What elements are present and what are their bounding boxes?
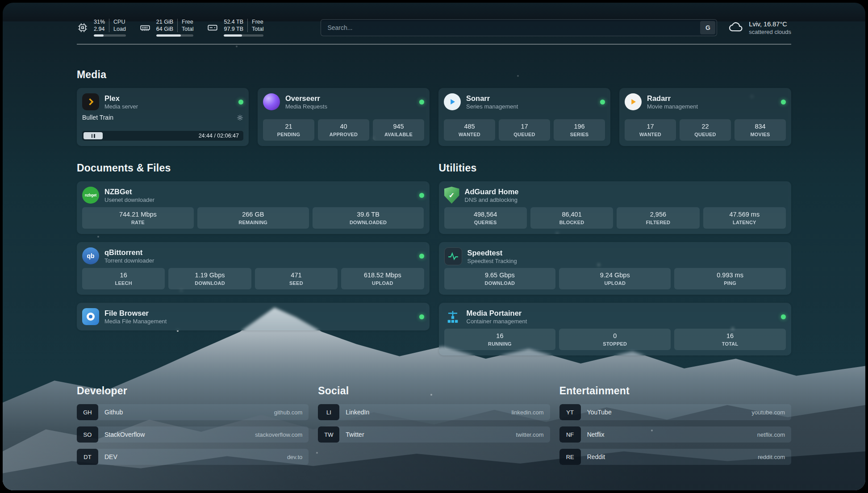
service-subtitle: Usenet downloader [104,196,154,204]
status-online-dot [781,314,786,319]
bookmark-abbr: RE [559,449,581,465]
system-widgets: 31% 2.94 CPU Load [77,19,263,37]
service-card-radarr[interactable]: Radarr Movie management 17 WANTED 22 QUE… [619,88,791,146]
disk-free-label: Free [252,19,263,25]
disk-total-label: Total [252,26,263,32]
playback-progress-bar[interactable]: 24:44 / 02:06:47 [82,131,243,141]
bookmark-github[interactable]: GH Github github.com [77,404,309,420]
status-online-dot [419,100,424,104]
utilities-column: Utilities ✓ AdGuard Home DNS and adblock… [439,162,792,355]
cpu-widget: 31% 2.94 CPU Load [77,19,126,37]
bookmark-abbr: GH [77,404,98,420]
service-card-overseerr[interactable]: Overseerr Media Requests 21 PENDING 40 A… [258,88,430,146]
status-online-dot [238,100,243,104]
service-card-filebrowser[interactable]: File Browser Media File Management [77,303,430,330]
stat-wanted: 485 WANTED [444,119,495,141]
now-playing-title: Bullet Train [82,114,113,121]
status-online-dot [419,193,424,198]
section-title-entertainment: Entertainment [559,385,791,397]
section-title-developer: Developer [77,385,309,397]
overseerr-icon [263,93,280,110]
service-card-adguard[interactable]: ✓ AdGuard Home DNS and adblocking 498,56… [439,181,792,234]
service-name: Speedtest [467,248,517,257]
bookmark-abbr: DT [77,449,98,465]
stat-wanted: 17 WANTED [625,119,676,141]
service-name: Plex [104,94,138,103]
stat-total: 16 TOTAL [674,329,786,350]
bookmark-url: youtube.com [752,409,785,416]
stat-upload: 9.24 Gbps UPLOAD [559,268,671,289]
service-name: Sonarr [466,94,518,103]
stat-series: 196 SERIES [554,119,605,141]
bookmark-netflix[interactable]: NF Netflix netflix.com [559,426,791,443]
service-subtitle: DNS and adblocking [465,196,519,204]
topbar-divider [77,44,791,45]
disk-total-value: 97.9 TB [224,26,243,32]
section-title-utilities: Utilities [439,162,792,174]
service-name: NZBGet [104,187,154,196]
service-card-plex[interactable]: Plex Media server Bullet Train 24:44 [77,88,249,146]
pause-button[interactable] [83,132,103,139]
memory-usage-bar [156,34,194,37]
stat-available: 945 AVAILABLE [373,119,424,141]
disk-icon [207,22,218,33]
service-name: Media Portainer [467,309,527,318]
sonarr-icon [444,93,461,110]
service-name: AdGuard Home [465,187,519,196]
stat-download: 9.65 Gbps DOWNLOAD [444,268,556,289]
service-name: Radarr [647,94,698,103]
gear-icon[interactable] [237,114,243,121]
filebrowser-icon [82,308,99,325]
service-card-sonarr[interactable]: Sonarr Series management 485 WANTED 17 Q… [438,88,610,146]
bookmark-url: linkedin.com [511,409,543,416]
service-card-qbittorrent[interactable]: qb qBittorrent Torrent downloader 16 LEE… [77,242,430,295]
qbittorrent-icon: qb [82,247,99,264]
bookmark-abbr: SO [77,426,98,443]
bookmark-dev[interactable]: DT DEV dev.to [77,449,309,465]
stat-queries: 498,564 QUERIES [444,207,527,229]
cpu-usage-label: CPU [113,19,126,25]
bookmark-url: stackoverflow.com [255,431,302,438]
cpu-icon [77,22,88,33]
service-card-nzbget[interactable]: nzbget NZBGet Usenet downloader 744.21 M… [77,181,430,234]
memory-widget: 21 GiB 64 GiB Free Total [139,19,194,37]
search-provider-button[interactable]: G [700,21,715,34]
radarr-icon [625,93,642,110]
service-name: qBittorrent [104,248,154,257]
cpu-load-label: Load [113,26,126,32]
bookmark-abbr: NF [559,426,581,443]
section-title-media: Media [77,69,791,81]
plex-icon [82,93,99,110]
memory-icon [139,22,151,33]
stat-seed: 471 SEED [255,268,338,289]
bookmark-youtube[interactable]: YT YouTube youtube.com [559,404,791,420]
service-card-portainer[interactable]: Media Portainer Container management 16 … [439,303,792,355]
bookmark-stackoverflow[interactable]: SO StackOverflow stackoverflow.com [77,426,309,443]
bookmark-abbr: LI [318,404,339,420]
playback-time: 24:44 / 02:06:47 [199,133,239,139]
service-subtitle: Media File Management [104,318,167,325]
memory-free-label: Free [182,19,193,25]
cpu-load-value: 2.94 [94,26,105,32]
speedtest-icon [444,247,462,265]
bookmark-name: LinkedIn [346,409,369,416]
nzbget-icon: nzbget [82,187,99,204]
bookmark-name: Netflix [587,431,605,438]
bookmark-reddit[interactable]: RE Reddit reddit.com [559,449,791,465]
memory-total-label: Total [182,26,193,32]
service-subtitle: Container management [467,318,527,325]
stat-approved: 40 APPROVED [318,119,369,141]
stat-rate: 744.21 Mbps RATE [82,207,194,229]
stat-upload: 618.52 Mbps UPLOAD [341,268,424,289]
search-input[interactable] [321,19,717,36]
stat-movies: 834 MOVIES [734,119,786,141]
service-name: Overseerr [285,94,327,103]
portainer-icon [444,308,461,325]
bookmark-twitter[interactable]: TW Twitter twitter.com [318,426,550,443]
documents-column: Documents & Files nzbget NZBGet Usenet d… [77,162,430,355]
bookmark-linkedin[interactable]: LI LinkedIn linkedin.com [318,404,550,420]
section-title-documents: Documents & Files [77,162,430,174]
bookmark-group-social: Social LI LinkedIn linkedin.com TW Twitt… [318,385,550,443]
service-card-speedtest[interactable]: Speedtest Speedtest Tracking 9.65 Gbps D… [439,242,792,295]
stat-pending: 21 PENDING [263,119,314,141]
